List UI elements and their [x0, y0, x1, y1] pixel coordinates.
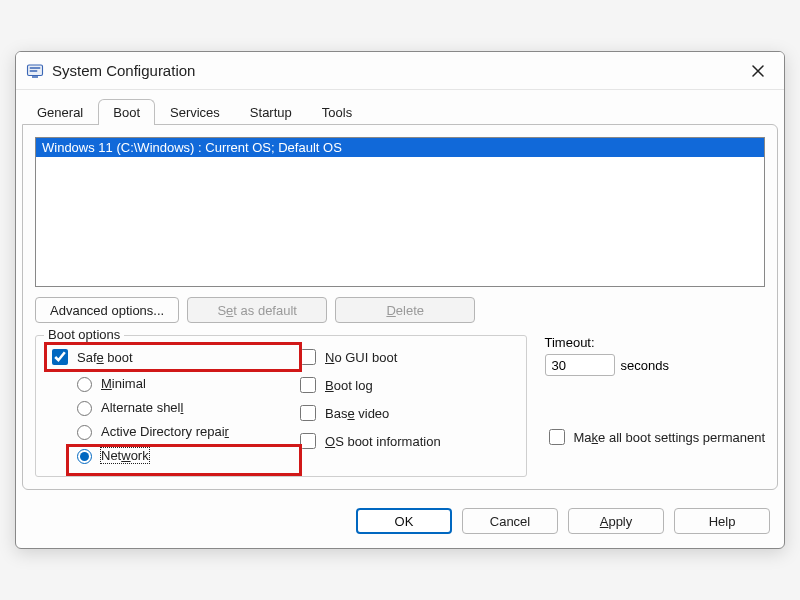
boot-log-input[interactable]	[300, 377, 316, 393]
delete-button: Delete	[335, 297, 475, 323]
window-title: System Configuration	[52, 62, 195, 79]
mode-network-radio[interactable]: Network	[72, 446, 278, 464]
boot-options-fieldset: Boot options Safe boot Minimal	[35, 335, 527, 477]
mode-minimal-radio[interactable]: Minimal	[72, 374, 278, 392]
mode-network-input[interactable]	[77, 449, 92, 464]
tab-boot[interactable]: Boot	[98, 99, 155, 125]
msconfig-icon	[26, 62, 44, 80]
no-gui-boot-input[interactable]	[300, 349, 316, 365]
timeout-input[interactable]	[545, 354, 615, 376]
cancel-button[interactable]: Cancel	[462, 508, 558, 534]
safe-boot-input[interactable]	[52, 349, 68, 365]
mode-adrepair-input[interactable]	[77, 425, 92, 440]
os-boot-info-checkbox[interactable]: OS boot information	[296, 430, 486, 452]
boot-options-left-col: Safe boot Minimal Alternate shell	[48, 346, 278, 464]
os-list[interactable]: Windows 11 (C:\Windows) : Current OS; De…	[35, 137, 765, 287]
lower-section: Boot options Safe boot Minimal	[35, 335, 765, 477]
svg-rect-3	[32, 76, 38, 78]
make-permanent-input[interactable]	[549, 429, 565, 445]
advanced-options-button[interactable]: Advanced options...	[35, 297, 179, 323]
help-button[interactable]: Help	[674, 508, 770, 534]
boot-log-checkbox[interactable]: Boot log	[296, 374, 486, 396]
os-buttons-row: Advanced options... Set as default Delet…	[35, 297, 765, 323]
boot-options-right-col: No GUI boot Boot log Base video OS	[296, 346, 486, 464]
tab-general[interactable]: General	[22, 99, 98, 125]
safe-boot-checkbox[interactable]: Safe boot	[48, 346, 278, 368]
dialog-footer: OK Cancel Apply Help	[16, 500, 784, 548]
timeout-block: Timeout: seconds Make all boot settings …	[545, 335, 766, 448]
set-default-button: Set as default	[187, 297, 327, 323]
make-permanent-checkbox[interactable]: Make all boot settings permanent	[545, 426, 766, 448]
tab-tools[interactable]: Tools	[307, 99, 367, 125]
close-button[interactable]	[742, 57, 774, 85]
mode-altshell-radio[interactable]: Alternate shell	[72, 398, 278, 416]
close-icon	[752, 65, 764, 77]
apply-button[interactable]: Apply	[568, 508, 664, 534]
svg-rect-1	[30, 67, 41, 69]
mode-altshell-input[interactable]	[77, 401, 92, 416]
boot-options-legend: Boot options	[44, 327, 124, 342]
system-configuration-window: System Configuration General Boot Servic…	[15, 51, 785, 549]
boot-tab-panel: Windows 11 (C:\Windows) : Current OS; De…	[22, 124, 778, 490]
mode-adrepair-radio[interactable]: Active Directory repair	[72, 422, 278, 440]
mode-minimal-input[interactable]	[77, 377, 92, 392]
base-video-input[interactable]	[300, 405, 316, 421]
svg-rect-2	[30, 70, 38, 72]
tab-startup[interactable]: Startup	[235, 99, 307, 125]
os-boot-info-input[interactable]	[300, 433, 316, 449]
no-gui-boot-checkbox[interactable]: No GUI boot	[296, 346, 486, 368]
ok-button[interactable]: OK	[356, 508, 452, 534]
titlebar: System Configuration	[16, 52, 784, 90]
tab-services[interactable]: Services	[155, 99, 235, 125]
timeout-unit: seconds	[621, 358, 669, 373]
timeout-label: Timeout:	[545, 335, 766, 350]
os-list-item[interactable]: Windows 11 (C:\Windows) : Current OS; De…	[36, 138, 764, 157]
tabstrip: General Boot Services Startup Tools	[16, 90, 784, 124]
base-video-checkbox[interactable]: Base video	[296, 402, 486, 424]
